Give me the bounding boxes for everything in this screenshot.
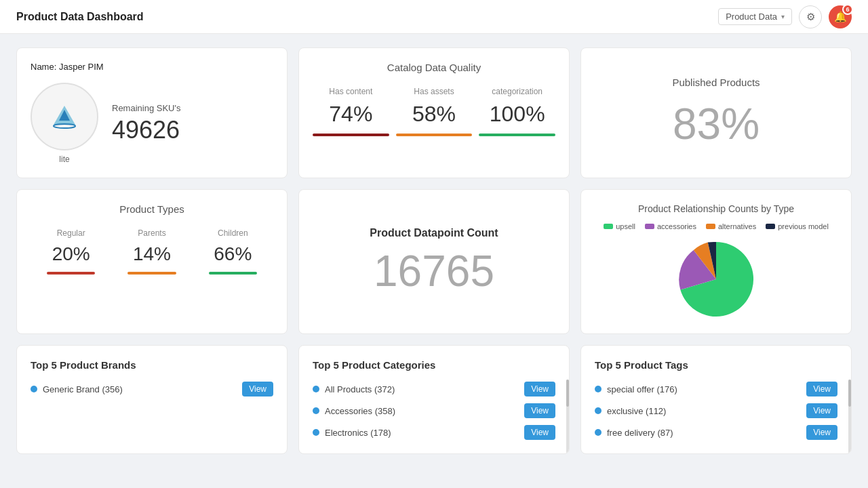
category-name: Electronics (178) — [325, 428, 391, 438]
legend-dot-previous-model — [766, 224, 775, 229]
quality-label-cat: categorization — [492, 87, 542, 96]
published-value: 83% — [673, 99, 760, 149]
tag-item-left: exclusive (112) — [595, 406, 666, 416]
legend-previous-model: previous model — [766, 222, 829, 230]
list-item: special offer (176) View — [595, 382, 837, 396]
tags-list: special offer (176) View exclusive (112)… — [595, 382, 837, 440]
quality-bar-content — [313, 134, 389, 136]
card-top-brands: Top 5 Product Brands Generic Brand (356)… — [16, 345, 288, 454]
quality-label-assets: Has assets — [414, 87, 454, 96]
dashboard-grid: Name: Jasper PIM lite Remaining SKU's 49… — [0, 34, 868, 468]
type-label-children: Children — [218, 228, 248, 238]
notification-badge: 6 — [842, 4, 853, 15]
card-top-categories: Top 5 Product Categories All Products (3… — [298, 345, 570, 454]
tag-name: free delivery (87) — [607, 428, 673, 438]
type-bar-children — [209, 272, 258, 274]
legend-label-previous-model: previous model — [778, 222, 829, 230]
brand-item-left: Generic Brand (356) — [31, 384, 123, 394]
category-item-left: Electronics (178) — [313, 428, 391, 438]
category-dot — [313, 407, 319, 414]
type-parents: Parents 14% — [111, 228, 192, 274]
card-product-types: Product Types Regular 20% Parents 14% Ch… — [16, 189, 288, 334]
published-title: Published Products — [672, 77, 760, 88]
list-item: Electronics (178) View — [313, 425, 555, 440]
categories-title: Top 5 Product Categories — [313, 359, 555, 371]
chevron-down-icon: ▾ — [781, 13, 785, 20]
category-dot — [313, 386, 319, 392]
list-item: Generic Brand (356) View — [31, 382, 273, 396]
card-jasper-pim: Name: Jasper PIM lite Remaining SKU's 49… — [16, 47, 288, 178]
card-top-tags: Top 5 Product Tags special offer (176) V… — [580, 345, 852, 454]
category-item-left: Accessories (358) — [313, 406, 395, 416]
selector-label: Product Data — [726, 12, 777, 22]
tag-dot — [595, 429, 601, 436]
jasper-name-label: Name: Jasper PIM — [31, 62, 273, 72]
notification-button[interactable]: 🔔 6 — [829, 5, 852, 28]
tag-item-left: free delivery (87) — [595, 428, 673, 438]
mountain-icon — [50, 103, 79, 130]
pie-chart-container — [595, 239, 837, 320]
type-value-parents: 14% — [133, 243, 171, 265]
legend-dot-alternatives — [706, 224, 715, 229]
type-label-parents: Parents — [138, 228, 165, 238]
gear-icon: ⚙ — [806, 11, 815, 23]
quality-value-content: 74% — [329, 102, 372, 127]
brand-dot — [31, 386, 37, 392]
type-label-regular: Regular — [57, 228, 85, 238]
legend-label-upsell: upsell — [616, 222, 635, 230]
quality-value-cat: 100% — [490, 102, 545, 127]
jasper-card-body: lite Remaining SKU's 49626 — [31, 83, 273, 164]
categories-list: All Products (372) View Accessories (358… — [313, 382, 555, 440]
brands-list: Generic Brand (356) View — [31, 382, 273, 396]
category-name: All Products (372) — [325, 384, 395, 394]
quality-has-content: Has content 74% — [313, 87, 389, 136]
view-brand-button[interactable]: View — [242, 382, 273, 396]
pie-chart — [675, 239, 757, 320]
quality-metrics: Has content 74% Has assets 58% categoriz… — [313, 87, 555, 136]
brand-name: Generic Brand (356) — [43, 384, 123, 394]
type-regular: Regular 20% — [31, 228, 111, 274]
card-datapoint-count: Product Datapoint Count 16765 — [298, 189, 570, 334]
type-bar-regular — [47, 272, 96, 274]
type-value-regular: 20% — [52, 243, 90, 265]
jasper-logo — [31, 83, 98, 150]
quality-value-assets: 58% — [412, 102, 456, 127]
settings-button[interactable]: ⚙ — [799, 5, 822, 28]
header-actions: Product Data ▾ ⚙ 🔔 6 — [718, 5, 852, 28]
view-category-button[interactable]: View — [524, 382, 555, 396]
quality-label-content: Has content — [329, 87, 372, 96]
tag-name: exclusive (112) — [607, 406, 666, 416]
tags-title: Top 5 Product Tags — [595, 359, 837, 371]
card-relationship-counts: Product Relationship Counts by Type upse… — [580, 189, 852, 334]
view-tag-button[interactable]: View — [806, 403, 837, 418]
datapoint-value: 16765 — [374, 246, 494, 296]
legend-upsell: upsell — [604, 222, 635, 230]
catalog-title: Catalog Data Quality — [313, 62, 555, 73]
sku-label: Remaining SKU's — [112, 103, 180, 113]
relationship-legend: upsell accessories alternatives previous… — [595, 222, 837, 230]
view-tag-button[interactable]: View — [806, 382, 837, 396]
datapoint-label: Product Datapoint Count — [370, 227, 498, 239]
relationship-title: Product Relationship Counts by Type — [595, 203, 837, 214]
product-data-selector[interactable]: Product Data ▾ — [718, 8, 792, 25]
legend-dot-upsell — [604, 224, 613, 229]
legend-dot-accessories — [645, 224, 654, 229]
jasper-logo-subtitle: lite — [59, 155, 69, 164]
card-published-products: Published Products 83% — [580, 47, 852, 178]
header: Product Data Dashboard Product Data ▾ ⚙ … — [0, 0, 868, 34]
legend-label-accessories: accessories — [657, 222, 696, 230]
quality-bar-assets — [396, 134, 473, 136]
category-name: Accessories (358) — [325, 406, 395, 416]
card-catalog-quality: Catalog Data Quality Has content 74% Has… — [298, 47, 570, 178]
scroll-thumb — [848, 380, 851, 407]
view-tag-button[interactable]: View — [806, 425, 837, 440]
legend-label-alternatives: alternatives — [718, 222, 756, 230]
scroll-indicator — [848, 380, 851, 453]
view-category-button[interactable]: View — [524, 425, 555, 440]
view-category-button[interactable]: View — [524, 403, 555, 418]
type-metrics: Regular 20% Parents 14% Children 66% — [31, 228, 273, 274]
scroll-indicator — [566, 380, 569, 453]
category-item-left: All Products (372) — [313, 384, 395, 394]
list-item: All Products (372) View — [313, 382, 555, 396]
category-dot — [313, 429, 319, 436]
